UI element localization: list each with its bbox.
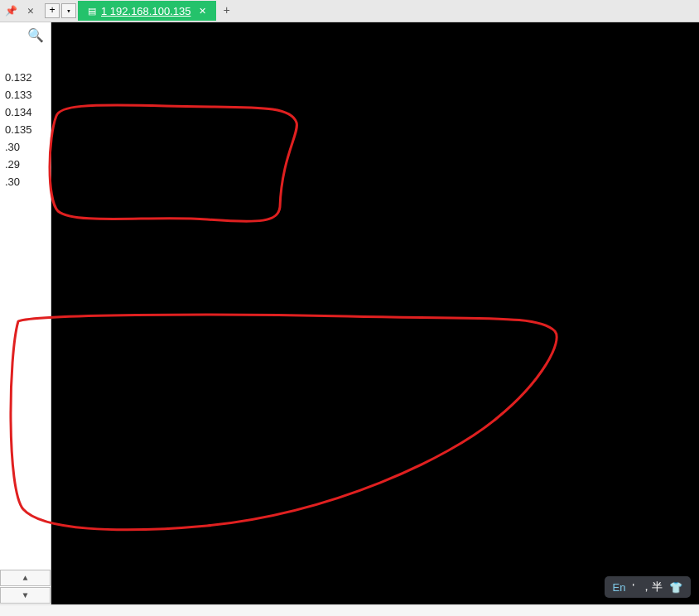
- ip-item[interactable]: 0.132: [0, 69, 51, 86]
- pin-icon[interactable]: 📌: [0, 5, 22, 17]
- tab-close-icon[interactable]: ✕: [199, 6, 206, 17]
- ip-item[interactable]: .29: [0, 156, 51, 173]
- ip-list: 0.132 0.133 0.134 0.135 .30 .29 .30: [0, 52, 51, 190]
- status-bar: [0, 604, 699, 616]
- ime-mode: ，半: [641, 580, 663, 594]
- ip-item[interactable]: .30: [0, 138, 51, 156]
- ip-item[interactable]: .30: [0, 173, 51, 190]
- top-tabs: 📌 ✕ + ▾ ▤ 1 192.168.100.135 ✕ +: [0, 0, 235, 22]
- shirt-icon: 👕: [669, 581, 682, 594]
- ime-indicator[interactable]: En ' ，半 👕: [605, 576, 691, 598]
- ime-sep: ': [633, 581, 634, 594]
- ip-item[interactable]: 0.134: [0, 103, 51, 121]
- main-area: 🔍 0.132 0.133 0.134 0.135 .30 .29 .30 ▲ …: [0, 22, 699, 604]
- search-icon[interactable]: 🔍: [0, 22, 51, 52]
- top-bar: 📌 ✕ + ▾ ▤ 1 192.168.100.135 ✕ +: [0, 0, 699, 22]
- dropdown-left-button[interactable]: ▾: [61, 3, 76, 18]
- session-tab-label: 1 192.168.100.135: [101, 5, 190, 17]
- scroll-down-button[interactable]: ▼: [0, 587, 51, 604]
- new-tab-button[interactable]: +: [218, 4, 234, 17]
- scroll-up-button[interactable]: ▲: [0, 570, 51, 586]
- add-left-button[interactable]: +: [45, 3, 60, 18]
- left-tab-controls: + ▾: [45, 3, 78, 18]
- session-icon: ▤: [88, 6, 96, 17]
- session-tab[interactable]: ▤ 1 192.168.100.135 ✕: [78, 1, 216, 21]
- sidebar: 🔍 0.132 0.133 0.134 0.135 .30 .29 .30 ▲ …: [0, 22, 51, 604]
- ime-lang: En: [613, 581, 626, 594]
- sidebar-scroll: ▲ ▼: [0, 570, 51, 604]
- ip-item[interactable]: 0.135: [0, 121, 51, 138]
- terminal[interactable]: ERROR 1064 (42000): You have an error in…: [51, 22, 699, 604]
- close-icon[interactable]: ✕: [22, 4, 40, 17]
- ip-item[interactable]: 0.133: [0, 86, 51, 103]
